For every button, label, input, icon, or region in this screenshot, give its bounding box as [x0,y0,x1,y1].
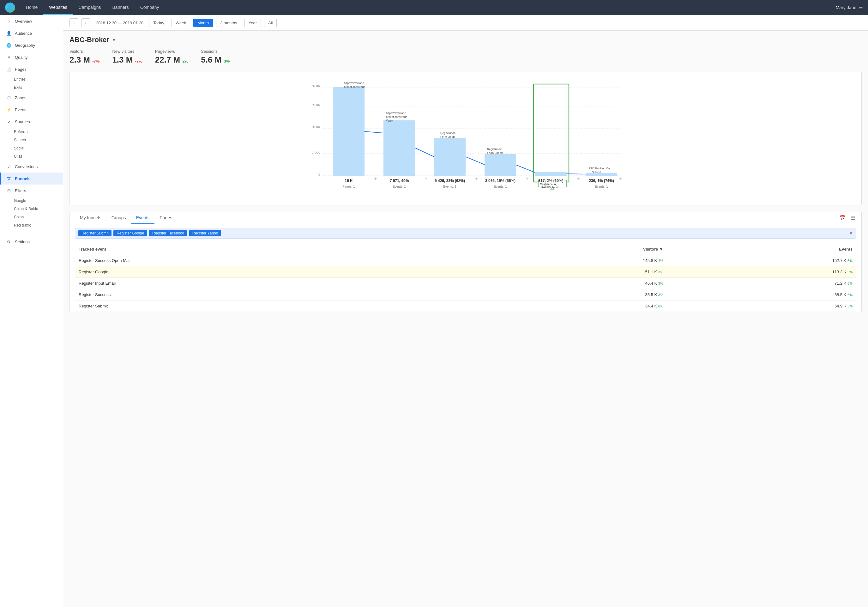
period-3months[interactable]: 3 months [216,19,241,27]
svg-text:10.0K: 10.0K [311,125,320,129]
tab-my-funnels[interactable]: My funnels [75,212,107,224]
broker-dropdown[interactable]: ▼ [112,37,116,42]
svg-text:Submit: Submit [592,171,601,174]
nav-campaigns[interactable]: Campaigns [73,0,107,15]
list-view-icon[interactable]: ☰ [849,214,856,222]
sidebar-item-pages[interactable]: 📄 Pages [0,63,63,75]
menu-icon[interactable]: ☰ [859,5,863,10]
tab-pages[interactable]: Pages [155,212,177,224]
tab-groups[interactable]: Groups [107,212,131,224]
sidebar-sub-search[interactable]: Search [0,136,63,144]
cell-visitors: 46.4 K 3% [477,278,667,289]
sidebar-sub-utm[interactable]: UTM [0,152,63,160]
funnel-tabs: My funnels Groups Events Pages 📅 ☰ [75,212,856,224]
svg-text:15.0K: 15.0K [311,103,320,107]
table-row[interactable]: Register Success Open Mail 145.8 K 4% 15… [75,255,856,266]
prev-period-button[interactable]: ‹ [70,18,78,27]
nav-home[interactable]: Home [20,0,43,15]
svg-text:/forex: /forex [386,119,393,122]
filter-tag-register-google[interactable]: Register Google [113,230,147,236]
period-today[interactable]: Today [149,19,168,27]
cell-events: 71.2 K 6% [667,278,856,289]
svg-text:broker.com/trade: broker.com/trade [344,85,366,88]
events-icon: ⚡ [6,107,12,112]
period-all[interactable]: All [264,19,277,27]
sidebar-sub-china[interactable]: China [0,213,63,221]
sidebar-label-funnels: Funnels [15,176,31,181]
sidebar-item-filters[interactable]: ⊟ Filters [0,185,63,197]
svg-text:Form Open: Form Open [440,135,455,138]
filter-tags-close[interactable]: ✕ [849,231,853,236]
col-visitors[interactable]: Visitors ▼ [477,244,667,255]
period-month[interactable]: Month [193,19,213,27]
svg-text:Registration: Registration [487,147,502,151]
sidebar-item-quality[interactable]: ≡ Quality [0,51,63,63]
cell-event: Register Submit [75,301,477,312]
sidebar-item-overview[interactable]: ○ Overview [0,15,63,27]
svg-text:+: + [374,176,377,182]
svg-text:5 426, 33% (68%): 5 426, 33% (68%) [435,179,465,183]
svg-text:317, 2% (10%): 317, 2% (10%) [538,179,563,183]
sidebar-sub-red-traffic[interactable]: Red traffic [0,221,63,230]
svg-line-29 [516,165,535,172]
overview-icon: ○ [6,18,12,24]
sidebar-sub-entries[interactable]: Entries [0,75,63,84]
nav-company[interactable]: Company [135,0,165,15]
cell-event: Register Success Open Mail [75,255,477,266]
sidebar-sub-google[interactable]: Google [0,197,63,205]
tabs-right-icons: 📅 ☰ [838,214,856,222]
next-period-button[interactable]: › [82,18,90,27]
period-year[interactable]: Year [245,19,261,27]
top-nav: Home Websites Campaigns Banners Company … [0,0,868,15]
sidebar-sub-social[interactable]: Social [0,144,63,152]
stat-new-visitors: New visitors 1.3 M -7% [112,49,142,65]
sidebar-label-quality: Quality [15,55,28,60]
cell-visitors: 35.5 K 3% [477,289,667,301]
sidebar-item-events[interactable]: ⚡ Events [0,104,63,116]
nav-websites[interactable]: Websites [43,0,73,15]
svg-text:Events: 4: Events: 4 [544,185,558,188]
calendar-icon[interactable]: 📅 [838,214,847,222]
table-row[interactable]: Register Input Email 46.4 K 3% 71.2 K 6% [75,278,856,289]
svg-line-21 [415,148,434,157]
sidebar-item-sources[interactable]: ↗ Sources [0,116,63,128]
svg-rect-22 [434,138,466,176]
sidebar-sub-china-baidu[interactable]: China & Baidu [0,205,63,213]
sidebar-item-zones[interactable]: ⊞ Zones [0,92,63,104]
svg-text:Events: 1: Events: 1 [595,185,608,188]
filter-tag-register-submit[interactable]: Register Submit [78,230,112,236]
svg-text:+: + [425,176,427,182]
cell-events: 54.9 K 5% [667,301,856,312]
broker-title: ABC-Broker ▼ [70,36,862,44]
table-row[interactable]: Register Success 35.5 K 3% 38.5 K 6% [75,289,856,301]
zones-icon: ⊞ [6,95,12,101]
sidebar-label-zones: Zones [15,95,26,100]
user-name: Mary Jane [836,5,856,10]
sidebar-item-conversions[interactable]: ✓ Conversions [0,160,63,172]
tab-events[interactable]: Events [131,212,155,224]
funnel-chart: 20.0K 15.0K 10.0K 5 000 0 https://www.ab… [70,71,862,205]
logo-icon [5,3,15,12]
conversions-icon: ✓ [6,164,12,169]
table-row[interactable]: Register Google 51.1 K 3% 113.3 K 5% [75,266,856,278]
svg-text:7 971, 49%: 7 971, 49% [390,179,409,183]
cell-visitors: 51.1 K 3% [477,266,667,278]
audience-icon: 👤 [6,30,12,36]
sidebar-sub-exits[interactable]: Exits [0,84,63,92]
svg-rect-17 [383,120,415,176]
table-row[interactable]: Register Submit 34.4 K 6% 54.9 K 5% [75,301,856,312]
sidebar-item-settings[interactable]: ⚙ Settings [0,236,63,248]
svg-text:5 000: 5 000 [312,151,320,154]
svg-text:Form Submit: Form Submit [487,151,504,155]
svg-text:FTD Banking Card: FTD Banking Card [589,167,612,170]
period-week[interactable]: Week [172,19,190,27]
sidebar-item-audience[interactable]: 👤 Audience [0,27,63,39]
sidebar-item-geography[interactable]: 🌐 Geography [0,39,63,51]
cell-event: Register Success [75,289,477,301]
filter-tag-register-yahoo[interactable]: Register Yahoo [189,230,222,236]
cell-events: 152.7 K 5% [667,255,856,266]
sidebar-sub-referrals[interactable]: Referrals [0,128,63,136]
nav-banners[interactable]: Banners [107,0,135,15]
sidebar-item-funnels[interactable]: ▽ Funnels [0,172,63,185]
filter-tag-register-facebook[interactable]: Register Facebook [149,230,187,236]
